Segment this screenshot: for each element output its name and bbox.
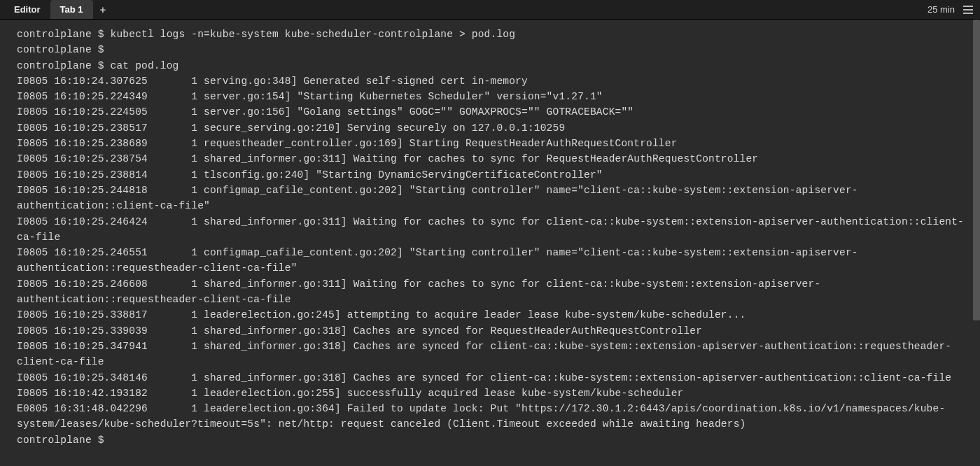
- terminal-line: I0805 16:10:25.238689 1 requestheader_co…: [17, 136, 980, 151]
- terminal-line: I0805 16:10:25.338817 1 leaderelection.g…: [17, 307, 980, 323]
- session-timer: 25 min: [922, 4, 960, 15]
- tab-bar: Editor Tab 1 + 25 min: [0, 0, 980, 20]
- terminal-line: controlplane $ kubectl logs -n=kube-syst…: [17, 27, 980, 42]
- terminal-line: controlplane $: [17, 42, 980, 57]
- terminal-line: E0805 16:31:48.042296 1 leaderelection.g…: [17, 401, 980, 432]
- terminal-line: I0805 16:10:25.246608 1 shared_informer.…: [17, 276, 980, 308]
- terminal-line: I0805 16:10:25.238754 1 shared_informer.…: [17, 151, 980, 167]
- terminal-line: I0805 16:10:25.348146 1 shared_informer.…: [17, 370, 980, 386]
- terminal-line: I0805 16:10:25.347941 1 shared_informer.…: [17, 339, 980, 370]
- terminal-line: I0805 16:10:25.246551 1 configmap_cafile…: [17, 245, 980, 276]
- tab-terminal-1[interactable]: Tab 1: [50, 0, 93, 19]
- terminal-line: I0805 16:10:25.238814 1 tlsconfig.go:240…: [17, 167, 980, 183]
- terminal-line: I0805 16:10:25.224505 1 server.go:156] "…: [17, 104, 980, 120]
- tab-editor[interactable]: Editor: [4, 0, 50, 19]
- terminal-line: I0805 16:10:24.307625 1 serving.go:348] …: [17, 73, 980, 89]
- terminal-line: controlplane $: [17, 432, 980, 448]
- terminal-line: I0805 16:10:25.246424 1 shared_informer.…: [17, 214, 980, 246]
- terminal-line: I0805 16:10:25.224349 1 server.go:154] "…: [17, 89, 980, 104]
- hamburger-menu-icon[interactable]: [960, 6, 980, 14]
- terminal-line: controlplane $ cat pod.log: [17, 58, 980, 73]
- new-tab-button[interactable]: +: [93, 1, 113, 18]
- terminal-output[interactable]: controlplane $ kubectl logs -n=kube-syst…: [0, 20, 980, 448]
- scrollbar-thumb[interactable]: [973, 20, 980, 320]
- terminal-line: I0805 16:10:42.193182 1 leaderelection.g…: [17, 386, 980, 401]
- scrollbar-vertical[interactable]: [973, 20, 980, 466]
- terminal-line: I0805 16:10:25.339039 1 shared_informer.…: [17, 323, 980, 339]
- terminal-line: I0805 16:10:25.238517 1 secure_serving.g…: [17, 120, 980, 136]
- terminal-line: I0805 16:10:25.244818 1 configmap_cafile…: [17, 183, 980, 214]
